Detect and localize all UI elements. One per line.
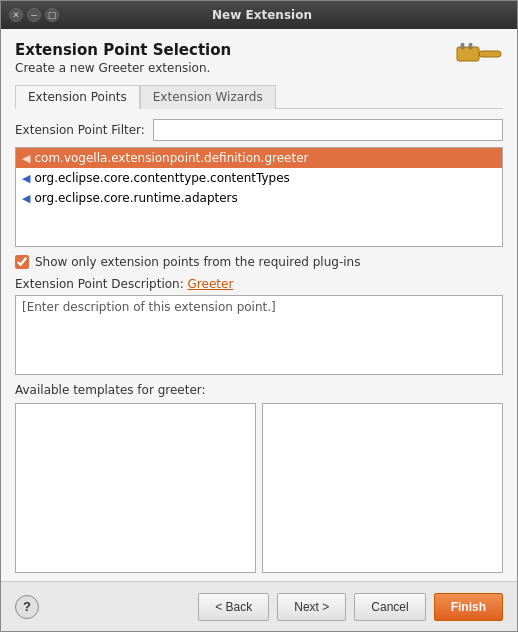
page-subtitle: Create a new Greeter extension. — [15, 61, 231, 75]
extension-point-name: org.eclipse.core.contenttype.contentType… — [34, 171, 289, 185]
filter-row: Extension Point Filter: — [15, 119, 503, 141]
filter-input[interactable] — [153, 119, 503, 141]
window: ✕ − □ New Extension Extension Point Sele… — [0, 0, 518, 632]
extension-point-name: org.eclipse.core.runtime.adapters — [34, 191, 237, 205]
svg-rect-3 — [469, 43, 472, 49]
extension-point-item[interactable]: ◀com.vogella.extensionpoint.definition.g… — [16, 148, 502, 168]
help-button[interactable]: ? — [15, 595, 39, 619]
description-label: Extension Point Description: Greeter — [15, 277, 503, 291]
tab-extension-points[interactable]: Extension Points — [15, 85, 140, 109]
next-button[interactable]: Next > — [277, 593, 346, 621]
window-title: New Extension — [65, 8, 459, 22]
extension-points-list[interactable]: ◀com.vogella.extensionpoint.definition.g… — [15, 147, 503, 247]
templates-area — [15, 403, 503, 573]
cancel-button[interactable]: Cancel — [354, 593, 425, 621]
plugin-icon — [451, 43, 503, 65]
maximize-button[interactable]: □ — [45, 8, 59, 22]
bottom-bar: ? < Back Next > Cancel Finish — [1, 581, 517, 631]
plugin-icon-svg — [451, 43, 503, 65]
templates-label: Available templates for greeter: — [15, 383, 503, 397]
ext-arrow-icon: ◀ — [22, 172, 30, 185]
svg-rect-1 — [457, 47, 479, 61]
checkbox-label: Show only extension points from the requ… — [35, 255, 360, 269]
show-only-checkbox[interactable] — [15, 255, 29, 269]
main-content: Extension Point Selection Create a new G… — [1, 29, 517, 581]
checkbox-row: Show only extension points from the requ… — [15, 255, 503, 269]
back-button[interactable]: < Back — [198, 593, 269, 621]
finish-button[interactable]: Finish — [434, 593, 503, 621]
close-button[interactable]: ✕ — [9, 8, 23, 22]
ext-arrow-icon: ◀ — [22, 152, 30, 165]
ext-arrow-icon: ◀ — [22, 192, 30, 205]
page-header: Extension Point Selection Create a new G… — [15, 41, 503, 75]
window-controls: ✕ − □ — [9, 8, 59, 22]
tab-extension-wizards[interactable]: Extension Wizards — [140, 85, 276, 109]
template-panel-left[interactable] — [15, 403, 256, 573]
titlebar: ✕ − □ New Extension — [1, 1, 517, 29]
filter-label: Extension Point Filter: — [15, 123, 145, 137]
svg-rect-2 — [461, 43, 464, 49]
extension-point-item[interactable]: ◀org.eclipse.core.runtime.adapters — [16, 188, 502, 208]
minimize-button[interactable]: − — [27, 8, 41, 22]
page-title: Extension Point Selection — [15, 41, 231, 59]
tabs-bar: Extension Points Extension Wizards — [15, 85, 503, 109]
template-panel-right[interactable] — [262, 403, 503, 573]
extension-point-item[interactable]: ◀org.eclipse.core.contenttype.contentTyp… — [16, 168, 502, 188]
page-header-text: Extension Point Selection Create a new G… — [15, 41, 231, 75]
extension-point-name: com.vogella.extensionpoint.definition.gr… — [34, 151, 308, 165]
description-link[interactable]: Greeter — [188, 277, 234, 291]
description-box: [Enter description of this extension poi… — [15, 295, 503, 375]
svg-rect-0 — [479, 51, 501, 57]
